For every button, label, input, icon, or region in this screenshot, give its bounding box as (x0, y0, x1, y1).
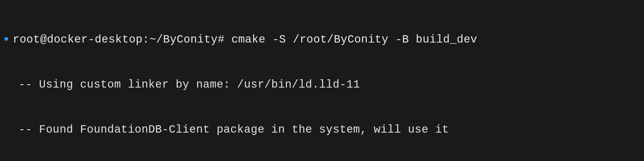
terminal-output: ● root@docker-desktop:~/ByConity# cmake … (4, 2, 640, 161)
command-text: cmake -S /root/ByConity -B build_dev (231, 32, 477, 47)
shell-prompt: root@docker-desktop:~/ByConity# (13, 32, 224, 47)
prompt-separator (225, 32, 231, 47)
output-line: -- Using custom linker by name: /usr/bin… (4, 77, 640, 93)
command-line: ● root@docker-desktop:~/ByConity# cmake … (4, 32, 640, 47)
modified-indicator-icon: ● (4, 33, 9, 45)
output-line: -- Found FoundationDB-Client package in … (4, 122, 640, 138)
